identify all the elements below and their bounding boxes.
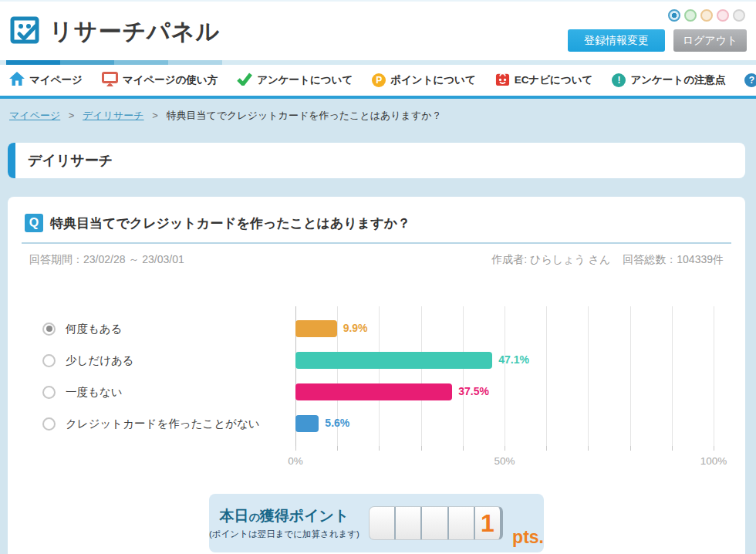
- title-accent-bar: [8, 143, 15, 178]
- axis-tick-label: 100%: [700, 455, 727, 467]
- tick-mark: [337, 446, 338, 451]
- nav-item-about-ecnavi[interactable]: ECナビについて: [495, 72, 593, 89]
- chart-row-1: 少しだけある 47.1%: [8, 352, 745, 369]
- option-label: 一度もない: [66, 385, 123, 400]
- option-label: 少しだけある: [66, 353, 134, 368]
- question-q-icon: Q: [25, 214, 43, 232]
- counter-digit: [449, 507, 475, 539]
- bar-0: [295, 320, 337, 337]
- logo[interactable]: リサーチパネル: [9, 14, 220, 49]
- theme-dot-blue[interactable]: [668, 9, 680, 22]
- exclamation-icon: !: [612, 73, 626, 87]
- research-panel-face-icon: [9, 14, 42, 49]
- check-icon: [237, 73, 252, 88]
- theme-dot-pink[interactable]: [717, 9, 729, 22]
- monitor-icon: [102, 72, 118, 89]
- nav-item-about-points[interactable]: P ポイントについて: [372, 73, 476, 87]
- nav-item-howto[interactable]: マイページの使い方: [102, 72, 218, 89]
- todays-points-box: 本日の獲得ポイント (ポイントは翌日までに加算されます) 1 pts.: [209, 494, 544, 552]
- question-row: Q 特典目当てでクレジットカードを作ったことはありますか？: [8, 197, 745, 232]
- points-box-text: 本日の獲得ポイント (ポイントは翌日までに加算されます): [209, 506, 359, 540]
- tick-mark: [630, 446, 631, 451]
- points-title: 本日の獲得ポイント: [209, 506, 359, 526]
- header: リサーチパネル 登録情報変更 ログアウト: [0, 0, 756, 60]
- tick-mark: [505, 446, 505, 451]
- counter-digit: 1: [475, 507, 500, 539]
- register-info-button[interactable]: 登録情報変更: [568, 29, 665, 52]
- survey-meta-right: 作成者: ひらしょう さん回答総数：104339件: [479, 252, 724, 266]
- nav-item-survey-notes[interactable]: ! アンケートの注意点: [612, 73, 725, 87]
- axis-tick-label: 0%: [288, 455, 303, 467]
- bar-1: [295, 352, 492, 369]
- survey-meta: 回答期間：23/02/28 ～ 23/03/01 作成者: ひらしょう さん回答…: [29, 252, 724, 266]
- home-icon: [9, 72, 25, 89]
- nav-item-mypage[interactable]: マイページ: [9, 72, 83, 89]
- point-p-icon: P: [372, 73, 386, 87]
- survey-result-card: Q 特典目当てでクレジットカードを作ったことはありますか？ 回答期間：23/02…: [8, 197, 745, 554]
- question-icon: ?: [744, 73, 756, 87]
- radio-option-3[interactable]: [42, 417, 56, 431]
- bar-value-3: 5.6%: [325, 417, 349, 429]
- breadcrumb-link-dailyresearch[interactable]: デイリサーチ: [83, 110, 144, 121]
- counter-digit: [370, 507, 396, 539]
- tick-mark: [463, 446, 464, 451]
- tick-mark: [421, 446, 422, 451]
- author: 作成者: ひらしょう さん: [491, 253, 610, 265]
- tick-mark: [295, 446, 296, 451]
- bar-3: [295, 415, 319, 432]
- radio-option-2[interactable]: [42, 386, 56, 399]
- radio-option-0[interactable]: [42, 323, 56, 336]
- breadcrumb-current: 特典目当てでクレジットカードを作ったことはありますか？: [166, 110, 441, 121]
- theme-dot-green[interactable]: [684, 9, 697, 22]
- logout-button[interactable]: ログアウト: [673, 29, 747, 52]
- theme-dot-orange[interactable]: [700, 9, 713, 22]
- theme-color-switcher: [668, 9, 745, 22]
- points-counter: 1: [369, 506, 503, 540]
- bar-value-2: 37.5%: [458, 385, 489, 397]
- axis-tick-label: 50%: [494, 455, 515, 467]
- chart-row-3: クレジットカードを作ったことがない 5.6%: [8, 415, 745, 432]
- chart-row-2: 一度もない 37.5%: [8, 383, 745, 400]
- radio-option-1[interactable]: [42, 354, 56, 367]
- result-bar-chart: 0%50%100% 何度もある 9.9% 少しだけある 47.1% 一度もない …: [8, 306, 745, 472]
- points-subtitle: (ポイントは翌日までに加算されます): [209, 529, 359, 540]
- bar-2: [295, 383, 452, 400]
- page-title: デイリサーチ: [8, 143, 745, 178]
- tick-mark: [714, 446, 714, 451]
- theme-dot-gray[interactable]: [733, 9, 745, 22]
- option-label: 何度もある: [66, 322, 123, 336]
- nav-item-faq[interactable]: ? よくあるご質問: [744, 73, 756, 87]
- bar-value-1: 47.1%: [498, 353, 529, 366]
- counter-digit: [396, 507, 422, 539]
- option-label: クレジットカードを作ったことがない: [66, 417, 260, 431]
- page-title-card: デイリサーチ: [8, 143, 745, 178]
- page-content: マイページ > デイリサーチ > 特典目当てでクレジットカードを作ったことはあり…: [0, 99, 756, 554]
- logo-text: リサーチパネル: [49, 16, 220, 48]
- question-text: 特典目当てでクレジットカードを作ったことはありますか？: [50, 215, 410, 232]
- ecnavi-bag-icon: [495, 72, 510, 89]
- nav-item-about-survey[interactable]: アンケートについて: [237, 73, 353, 88]
- total-answers: 回答総数：104339件: [623, 253, 724, 265]
- tick-mark: [672, 446, 673, 451]
- points-unit: pts.: [512, 527, 544, 548]
- chart-row-0: 何度もある 9.9%: [8, 320, 745, 337]
- tick-mark: [546, 446, 547, 451]
- breadcrumb-link-mypage[interactable]: マイページ: [9, 110, 60, 121]
- counter-digit: [422, 507, 448, 539]
- tick-mark: [379, 446, 380, 451]
- breadcrumb: マイページ > デイリサーチ > 特典目当てでクレジットカードを作ったことはあり…: [0, 99, 756, 124]
- question-divider: [22, 242, 731, 244]
- answer-period: 回答期間：23/02/28 ～ 23/03/01: [29, 252, 184, 266]
- bar-value-0: 9.9%: [343, 322, 368, 334]
- tick-mark: [588, 446, 589, 451]
- main-nav: マイページ マイページの使い方 アンケートについて P ポイントについて: [0, 65, 756, 96]
